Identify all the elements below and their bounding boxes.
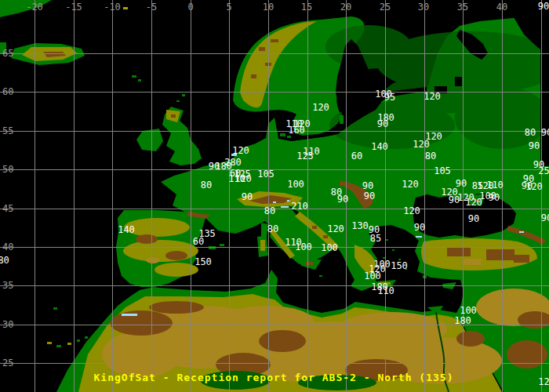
scotland-brown [171, 114, 176, 118]
reception-map-screen: 9010095120120180901101201601208090140120… [0, 0, 549, 392]
coast-sliver [0, 42, 6, 53]
black-sea [413, 193, 516, 238]
terrain-map [0, 0, 549, 392]
lake-onega [455, 77, 462, 86]
lake-ladoga [434, 86, 447, 93]
anatolia-tan [463, 259, 482, 265]
